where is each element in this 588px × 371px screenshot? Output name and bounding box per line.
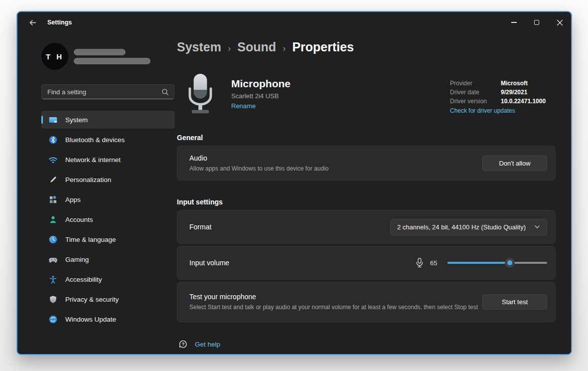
accessibility-icon xyxy=(48,274,58,284)
titlebar: Settings xyxy=(17,12,571,33)
avatar: T H xyxy=(41,43,68,70)
sidebar-item-apps[interactable]: Apps xyxy=(41,190,175,208)
apps-icon xyxy=(48,194,58,204)
driver-version-label: Driver version xyxy=(450,98,494,105)
audio-title: Audio xyxy=(189,154,482,162)
sidebar-item-label: Time & language xyxy=(65,236,116,243)
close-button[interactable] xyxy=(548,12,571,33)
sidebar-item-bluetooth-devices[interactable]: Bluetooth & devices xyxy=(41,131,175,149)
volume-slider-thumb[interactable] xyxy=(505,258,515,268)
audio-description: Allow apps and Windows to use this devic… xyxy=(189,165,482,173)
window-controls xyxy=(502,12,571,33)
input-volume-slider[interactable] xyxy=(447,258,547,268)
rename-link[interactable]: Rename xyxy=(231,102,256,110)
selected-indicator xyxy=(41,116,43,124)
sidebar-nav: System Bluetooth & devices Network & int… xyxy=(41,111,175,330)
format-dropdown[interactable]: 2 channels, 24 bit, 44100 Hz (Studio Qua… xyxy=(390,219,547,235)
microphone-device-icon xyxy=(186,73,215,119)
privacy-security-icon xyxy=(48,294,58,304)
maximize-button[interactable] xyxy=(525,12,548,33)
device-header: Microphone Scarlett 2i4 USB Rename Provi… xyxy=(177,73,556,119)
driver-info: Provider Microsoft Driver date 9/29/2021… xyxy=(450,73,556,119)
driver-date-label: Driver date xyxy=(450,89,494,96)
redacted-account-info xyxy=(74,49,150,64)
minimize-button[interactable] xyxy=(502,12,525,33)
gaming-icon xyxy=(48,254,58,264)
sidebar-item-network-internet[interactable]: Network & internet xyxy=(41,151,175,169)
maximize-icon xyxy=(534,20,539,25)
format-value: 2 channels, 24 bit, 44100 Hz (Studio Qua… xyxy=(397,223,526,231)
sidebar-item-label: Gaming xyxy=(65,256,89,263)
sidebar-item-accessibility[interactable]: Accessibility xyxy=(41,270,175,288)
sidebar-item-label: Apps xyxy=(65,196,81,203)
input-volume-label: Input volume xyxy=(189,259,415,267)
format-label-wrap: Format xyxy=(189,223,390,231)
test-microphone-description: Select Start test and talk or play audio… xyxy=(189,303,482,311)
svg-text:?: ? xyxy=(182,342,185,347)
input-volume-value: 65 xyxy=(430,259,441,267)
sidebar-item-personalization[interactable]: Personalization xyxy=(41,171,175,188)
sidebar-item-label: Bluetooth & devices xyxy=(65,136,125,144)
input-settings-section-title: Input settings xyxy=(177,198,223,206)
breadcrumb-separator: › xyxy=(228,43,231,54)
account-area[interactable]: T H xyxy=(41,43,176,70)
breadcrumb: System › Sound › Properties xyxy=(177,40,354,54)
sidebar-item-accounts[interactable]: Accounts xyxy=(41,210,175,228)
sidebar-item-time-language[interactable]: Time & language xyxy=(41,230,175,248)
sidebar-item-label: Privacy & security xyxy=(65,296,119,303)
get-help-row: ? Get help xyxy=(178,339,220,350)
network-icon xyxy=(48,155,58,165)
driver-version-value: 10.0.22471.1000 xyxy=(501,98,556,105)
redacted-account-name xyxy=(74,49,126,55)
device-name: Microphone xyxy=(231,78,291,90)
search-icon xyxy=(161,88,169,96)
audio-permission-card: Audio Allow apps and Windows to use this… xyxy=(177,146,556,181)
help-icon: ? xyxy=(178,339,188,350)
sidebar-item-label: Accounts xyxy=(65,216,93,223)
microphone-icon xyxy=(415,257,425,269)
close-icon xyxy=(557,19,563,26)
input-volume-card: Input volume 65 xyxy=(177,246,556,280)
format-label: Format xyxy=(189,223,390,231)
settings-window: Settings T H xyxy=(16,11,572,355)
sidebar-item-label: System xyxy=(65,116,88,124)
sidebar-item-gaming[interactable]: Gaming xyxy=(41,250,175,268)
general-section-title: General xyxy=(177,134,203,142)
driver-provider-value: Microsoft xyxy=(501,80,556,87)
breadcrumb-system[interactable]: System xyxy=(177,40,221,54)
check-driver-updates-link[interactable]: Check for driver updates xyxy=(450,107,515,114)
sidebar-item-label: Accessibility xyxy=(65,276,102,283)
format-card: Format 2 channels, 24 bit, 44100 Hz (Stu… xyxy=(177,210,556,244)
redacted-account-email xyxy=(74,58,150,64)
search-box[interactable] xyxy=(41,84,174,99)
breadcrumb-sound[interactable]: Sound xyxy=(237,40,276,54)
sidebar-item-system[interactable]: System xyxy=(41,111,175,129)
back-button[interactable] xyxy=(24,14,40,30)
accounts-icon xyxy=(48,214,58,224)
input-volume-label-wrap: Input volume xyxy=(189,259,415,267)
test-microphone-text: Test your microphone Select Start test a… xyxy=(189,293,482,311)
minimize-icon xyxy=(511,22,517,23)
sidebar-item-label: Windows Update xyxy=(65,316,116,323)
bluetooth-icon xyxy=(48,135,58,145)
device-model: Scarlett 2i4 USB xyxy=(231,92,291,100)
time-language-icon xyxy=(48,234,58,244)
test-microphone-card: Test your microphone Select Start test a… xyxy=(177,282,556,322)
sidebar-item-label: Personalization xyxy=(65,176,111,184)
audio-permission-text: Audio Allow apps and Windows to use this… xyxy=(189,154,482,173)
sidebar-item-windows-update[interactable]: Windows Update xyxy=(41,310,175,328)
device-info: Microphone Scarlett 2i4 USB Rename xyxy=(231,73,291,119)
sidebar-item-label: Network & internet xyxy=(65,156,121,164)
system-icon xyxy=(48,115,58,125)
start-test-button[interactable]: Start test xyxy=(482,294,547,310)
personalization-icon xyxy=(48,175,58,185)
dont-allow-button[interactable]: Don't allow xyxy=(482,156,547,171)
search-input[interactable] xyxy=(47,88,161,96)
windows-update-icon xyxy=(48,314,58,324)
driver-date-value: 9/29/2021 xyxy=(501,89,556,96)
breadcrumb-separator: › xyxy=(283,43,286,54)
breadcrumb-properties: Properties xyxy=(292,40,354,54)
back-arrow-icon xyxy=(28,18,37,27)
sidebar-item-privacy-security[interactable]: Privacy & security xyxy=(41,290,175,308)
get-help-link[interactable]: Get help xyxy=(195,341,220,348)
